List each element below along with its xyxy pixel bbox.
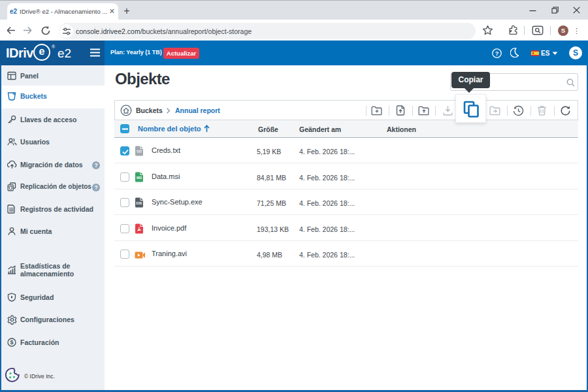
svg-text:?: ? xyxy=(495,50,499,57)
svg-text:$: $ xyxy=(10,339,13,346)
svg-text:MSI: MSI xyxy=(137,176,142,180)
svg-text:TXT: TXT xyxy=(137,150,142,154)
svg-text:EXE: EXE xyxy=(136,202,142,205)
